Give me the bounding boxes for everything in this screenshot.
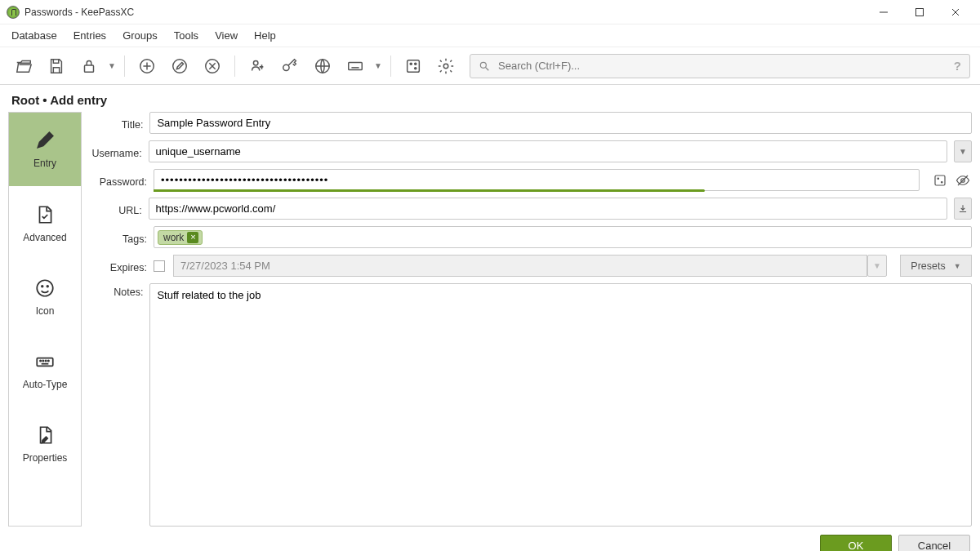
smiley-icon [34, 278, 56, 299]
expires-dropdown[interactable]: ▼ [867, 255, 887, 277]
svg-point-23 [410, 63, 412, 64]
tag-chip[interactable]: work × [158, 230, 203, 245]
maximize-button[interactable] [902, 1, 938, 24]
lock-dropdown[interactable]: ▼ [108, 61, 116, 70]
copy-username-icon[interactable] [243, 52, 271, 80]
svg-rect-1 [916, 8, 924, 16]
cancel-button[interactable]: Cancel [898, 535, 970, 551]
edit-entry-icon[interactable] [166, 52, 194, 80]
svg-point-27 [480, 62, 486, 68]
svg-point-30 [42, 285, 43, 287]
menu-tools[interactable]: Tools [166, 26, 207, 45]
main-area: Entry Advanced Icon Auto-Type Properties… [0, 112, 980, 527]
save-icon[interactable] [42, 52, 70, 80]
settings-icon[interactable] [432, 52, 460, 80]
expires-date-input[interactable]: 7/27/2023 1:54 PM [173, 255, 867, 277]
tab-properties[interactable]: Properties [9, 407, 81, 480]
svg-point-36 [48, 360, 49, 361]
presets-button[interactable]: Presets▼ [900, 255, 972, 277]
entry-section-tabs: Entry Advanced Icon Auto-Type Properties [8, 112, 82, 527]
document-icon [34, 204, 56, 225]
tab-label: Icon [36, 305, 55, 317]
svg-point-24 [415, 67, 416, 69]
svg-line-28 [486, 67, 489, 70]
password-label: Password: [91, 173, 147, 188]
toggle-password-visibility-icon[interactable] [954, 171, 972, 189]
tab-entry[interactable]: Entry [9, 113, 81, 186]
title-bar: Passwords - KeePassXC [0, 0, 980, 24]
svg-point-8 [173, 59, 187, 73]
title-input[interactable] [149, 112, 972, 134]
svg-point-29 [37, 280, 53, 296]
tab-advanced[interactable]: Advanced [9, 186, 81, 260]
pencil-icon [34, 130, 56, 151]
separator-icon [124, 56, 125, 77]
menu-groups[interactable]: Groups [114, 26, 166, 45]
svg-rect-32 [37, 358, 53, 366]
svg-point-40 [942, 181, 943, 183]
tags-label: Tags: [91, 230, 147, 245]
separator-icon [390, 56, 391, 77]
menu-view[interactable]: View [207, 26, 246, 45]
close-button[interactable] [938, 1, 973, 24]
menu-help[interactable]: Help [246, 26, 284, 45]
entry-form: Title: Username: ▼ Password: URL: Tags [91, 112, 972, 527]
username-input[interactable] [149, 140, 947, 162]
dialog-footer: OK Cancel [0, 527, 980, 551]
svg-point-39 [938, 178, 939, 180]
generate-password-icon[interactable] [931, 171, 949, 189]
add-entry-icon[interactable] [133, 52, 161, 80]
svg-point-26 [443, 64, 448, 69]
document-edit-icon [34, 424, 56, 446]
app-icon [7, 6, 20, 19]
svg-point-34 [42, 360, 43, 361]
menu-bar: Database Entries Groups Tools View Help [0, 24, 980, 47]
url-input[interactable] [149, 198, 947, 220]
copy-password-icon[interactable] [276, 52, 304, 80]
svg-point-33 [40, 360, 41, 361]
open-icon[interactable] [10, 52, 38, 80]
svg-point-12 [253, 60, 258, 65]
breadcrumb: Root • Add entry [0, 85, 980, 112]
copy-url-icon[interactable] [309, 52, 336, 80]
autotype-icon[interactable] [341, 52, 369, 80]
minimize-button[interactable] [866, 1, 902, 24]
svg-rect-22 [408, 60, 420, 72]
password-strength-bar [154, 189, 705, 192]
notes-label: Notes: [91, 283, 143, 298]
search-box[interactable]: ? [470, 54, 970, 78]
tags-input[interactable]: work × [154, 226, 972, 248]
tag-remove-icon[interactable]: × [187, 232, 198, 243]
svg-point-31 [47, 285, 48, 287]
help-icon[interactable]: ? [954, 59, 961, 73]
tag-text: work [163, 232, 184, 243]
expires-label: Expires: [91, 259, 147, 273]
tab-label: Properties [23, 452, 68, 464]
svg-rect-38 [935, 176, 945, 185]
search-input[interactable] [498, 60, 954, 72]
delete-entry-icon[interactable] [198, 52, 226, 80]
keyboard-icon [34, 351, 56, 372]
tab-label: Auto-Type [23, 379, 68, 390]
download-favicon-button[interactable] [954, 198, 972, 220]
menu-database[interactable]: Database [3, 26, 65, 45]
tab-label: Advanced [23, 232, 66, 243]
svg-point-35 [45, 360, 46, 361]
password-generator-icon[interactable] [399, 52, 427, 80]
menu-entries[interactable]: Entries [65, 26, 114, 45]
tab-autotype[interactable]: Auto-Type [9, 333, 81, 407]
ok-button[interactable]: OK [820, 535, 892, 551]
tab-label: Entry [33, 158, 56, 169]
svg-point-25 [415, 63, 416, 64]
url-label: URL: [91, 202, 142, 216]
notes-textarea[interactable] [149, 283, 972, 527]
username-dropdown[interactable]: ▼ [954, 140, 972, 162]
expires-checkbox[interactable] [154, 260, 165, 272]
autotype-dropdown[interactable]: ▼ [374, 61, 382, 70]
title-label: Title: [91, 116, 143, 131]
tab-icon[interactable]: Icon [9, 260, 81, 333]
password-input[interactable] [154, 169, 920, 191]
svg-point-13 [283, 64, 289, 70]
window-title: Passwords - KeePassXC [24, 7, 866, 18]
lock-icon[interactable] [75, 52, 103, 80]
